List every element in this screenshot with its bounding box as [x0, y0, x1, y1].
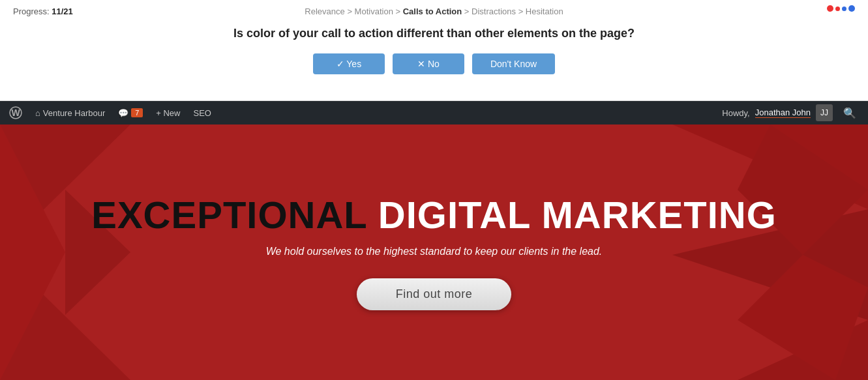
- comment-icon: 💬: [118, 108, 128, 118]
- user-name: Jonathan John: [755, 108, 811, 118]
- howdy-text: Howdy,: [722, 108, 749, 118]
- dots-indicator: [827, 5, 855, 12]
- sidebar-item-comments[interactable]: 💬 7: [112, 101, 149, 124]
- quiz-question: Is color of your call to action differen…: [233, 27, 635, 40]
- hero-section: EXCEPTIONAL DIGITAL MARKETING We hold ou…: [0, 124, 868, 380]
- svg-text:W: W: [11, 108, 20, 118]
- breadcrumb-calls-to-action: Calls to Action: [403, 7, 462, 16]
- breadcrumb-sep4: >: [518, 7, 526, 16]
- breadcrumb-distractions: Distractions: [471, 7, 516, 16]
- breadcrumb-sep3: >: [464, 7, 471, 16]
- dont-know-button[interactable]: Don't Know: [472, 53, 555, 74]
- progress-text: Progress:: [13, 7, 50, 16]
- quiz-buttons: ✓ Yes ✕ No Don't Know: [313, 53, 555, 74]
- hero-subtitle: We hold ourselves to the highest standar…: [266, 246, 603, 257]
- quiz-bar: Progress: 11/21 Relevance > Motivation >…: [0, 0, 868, 101]
- wp-admin-bar: W ⌂ Venture Harbour 💬 7 + New SEO Howdy,…: [0, 101, 868, 124]
- progress-label: Progress: 11/21: [13, 7, 73, 16]
- breadcrumb-motivation: Motivation: [355, 7, 393, 16]
- dot-red: [827, 5, 833, 12]
- wp-admin-right: Howdy, Jonathan John JJ 🔍: [722, 104, 861, 121]
- home-icon: ⌂: [35, 108, 40, 118]
- hero-title: EXCEPTIONAL DIGITAL MARKETING: [91, 194, 777, 236]
- site-name: Venture Harbour: [43, 108, 105, 118]
- hero-content: EXCEPTIONAL DIGITAL MARKETING We hold ou…: [91, 194, 777, 311]
- new-label: + New: [156, 108, 180, 118]
- hero-title-black: EXCEPTIONAL: [91, 194, 367, 236]
- breadcrumb-sep1: >: [347, 7, 354, 16]
- avatar[interactable]: JJ: [816, 104, 833, 121]
- dot-red-small: [835, 7, 840, 11]
- breadcrumb-hesitation: Hesitation: [526, 7, 563, 16]
- breadcrumb: Relevance > Motivation > Calls to Action…: [305, 7, 563, 16]
- no-button[interactable]: ✕ No: [393, 53, 464, 74]
- search-icon[interactable]: 🔍: [838, 107, 861, 119]
- find-out-more-button[interactable]: Find out more: [357, 278, 512, 310]
- wp-logo[interactable]: W: [7, 104, 25, 122]
- dot-blue: [848, 5, 855, 12]
- breadcrumb-relevance: Relevance: [305, 7, 344, 16]
- hero-title-white: DIGITAL MARKETING: [378, 194, 777, 236]
- sidebar-item-site[interactable]: ⌂ Venture Harbour: [29, 101, 112, 124]
- comment-count-badge: 7: [131, 108, 143, 117]
- progress-value: 11/21: [52, 7, 73, 16]
- dot-blue-small: [842, 7, 846, 11]
- wp-admin-items: W ⌂ Venture Harbour 💬 7 + New SEO: [7, 101, 722, 124]
- breadcrumb-sep2: >: [395, 7, 402, 16]
- seo-button[interactable]: SEO: [187, 101, 217, 124]
- yes-button[interactable]: ✓ Yes: [313, 53, 385, 74]
- new-item-button[interactable]: + New: [149, 101, 187, 124]
- seo-label: SEO: [193, 108, 211, 118]
